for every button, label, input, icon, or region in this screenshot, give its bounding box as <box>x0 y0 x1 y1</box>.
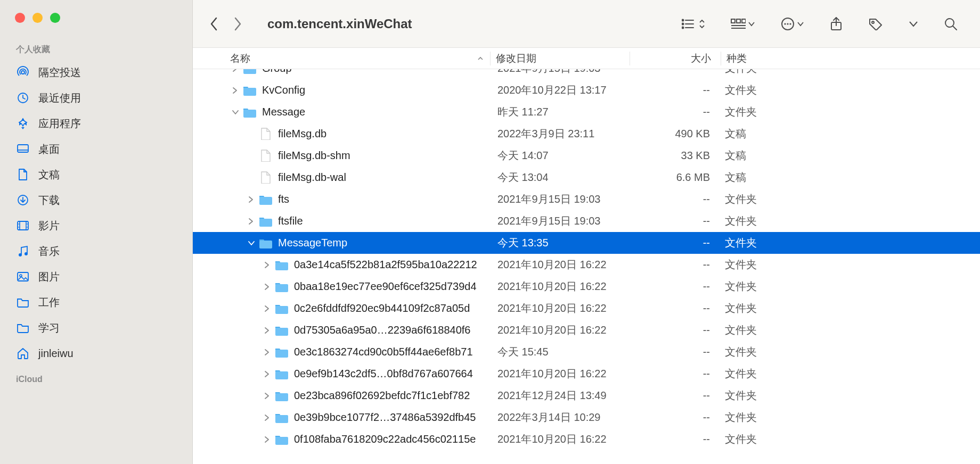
disclosure-triangle[interactable] <box>264 305 272 312</box>
file-kind: 文件夹 <box>720 279 980 294</box>
folder-icon <box>275 259 289 271</box>
file-kind: 文件夹 <box>720 83 980 97</box>
sidebar-item[interactable]: 应用程序 <box>0 111 192 136</box>
disclosure-triangle[interactable] <box>264 327 272 334</box>
file-row[interactable]: KvConfig2020年10月22日 13:17--文件夹 <box>193 79 980 101</box>
file-row[interactable]: fileMsg.db-shm今天 14:0733 KB文稿 <box>193 145 980 167</box>
close-window-button[interactable] <box>15 13 25 23</box>
file-row[interactable]: 0e23bca896f02692befdc7f1c1ebf7822021年12月… <box>193 385 980 407</box>
file-date: 2020年10月22日 13:17 <box>490 83 629 97</box>
file-row[interactable]: MessageTemp今天 13:35--文件夹 <box>193 232 980 254</box>
sidebar-item-label: 应用程序 <box>38 117 81 131</box>
file-kind: 文件夹 <box>720 345 980 359</box>
sidebar-item[interactable]: 下载 <box>0 187 192 213</box>
file-kind: 文稿 <box>720 127 980 141</box>
sidebar-item[interactable]: jinleiwu <box>0 341 192 366</box>
disclosure-triangle[interactable] <box>264 284 272 290</box>
disclosure-triangle[interactable] <box>248 196 256 203</box>
svg-rect-38 <box>243 110 256 118</box>
disclosure-triangle[interactable] <box>248 218 256 225</box>
file-row[interactable]: 0e9ef9b143c2df5…0bf8d767a6076642021年10月2… <box>193 363 980 385</box>
sidebar-item-label: jinleiwu <box>38 347 74 360</box>
group-button[interactable] <box>731 18 755 30</box>
sidebar-item-label: 影片 <box>38 219 60 233</box>
file-size: -- <box>629 324 720 336</box>
sidebar-item[interactable]: 影片 <box>0 213 192 238</box>
column-size[interactable]: 大小 <box>630 52 721 65</box>
sidebar-item[interactable]: 图片 <box>0 264 192 289</box>
file-row[interactable]: Message昨天 11:27--文件夹 <box>193 101 980 123</box>
sidebar-item[interactable]: 文稿 <box>0 162 192 187</box>
disclosure-triangle[interactable] <box>232 110 240 115</box>
folder-icon <box>243 85 257 96</box>
file-size: -- <box>629 237 720 249</box>
file-row[interactable]: 0f108faba7618209c22adc456c02115e2021年10月… <box>193 428 980 450</box>
file-size: -- <box>629 302 720 314</box>
disclosure-triangle[interactable] <box>232 87 240 94</box>
file-name: ftsfile <box>278 215 303 227</box>
svg-rect-2 <box>18 145 28 152</box>
file-list[interactable]: Group2021年9月15日 19:03--文件夹KvConfig2020年1… <box>193 69 980 464</box>
svg-rect-41 <box>259 241 272 248</box>
column-name[interactable]: 名称 <box>193 52 490 65</box>
file-row[interactable]: Group2021年9月15日 19:03--文件夹 <box>193 69 980 79</box>
sidebar-item[interactable]: 最近使用 <box>0 85 192 111</box>
sidebar-item[interactable]: 学习 <box>0 315 192 341</box>
disclosure-triangle[interactable] <box>264 415 272 421</box>
column-kind[interactable]: 种类 <box>721 52 980 65</box>
sidebar-item[interactable]: 桌面 <box>0 136 192 162</box>
minimize-window-button[interactable] <box>32 13 43 23</box>
document-icon <box>16 168 30 181</box>
zoom-window-button[interactable] <box>50 13 60 23</box>
disclosure-triangle[interactable] <box>248 241 256 246</box>
file-date: 2021年10月20日 16:22 <box>490 258 629 272</box>
columns-header: 名称 修改日期 大小 种类 <box>193 48 980 69</box>
disclosure-triangle[interactable] <box>264 393 272 399</box>
file-row[interactable]: 0e3c1863274cd90c0b5ff44ae6ef8b71今天 15:45… <box>193 341 980 363</box>
folder-icon <box>16 321 30 335</box>
disclosure-triangle[interactable] <box>264 349 272 355</box>
disclosure-triangle[interactable] <box>264 262 272 268</box>
file-row[interactable]: ftsfile2021年9月15日 19:03--文件夹 <box>193 210 980 232</box>
file-kind: 文件夹 <box>720 301 980 316</box>
disclosure-triangle[interactable] <box>264 371 272 377</box>
column-date[interactable]: 修改日期 <box>491 52 630 65</box>
file-row[interactable]: fileMsg.db-wal今天 13:046.6 MB文稿 <box>193 167 980 188</box>
nav-forward-button[interactable] <box>231 16 244 31</box>
file-row[interactable]: fileMsg.db2022年3月9日 23:11490 KB文稿 <box>193 123 980 145</box>
file-row[interactable]: 0e39b9bce1077f2…37486a5392dfb452022年3月14… <box>193 407 980 428</box>
share-button[interactable] <box>830 16 843 31</box>
file-row[interactable]: 0c2e6fddfdf920ec9b44109f2c87a05d2021年10月… <box>193 297 980 319</box>
file-date: 今天 15:45 <box>490 345 629 359</box>
disclosure-triangle[interactable] <box>232 69 240 72</box>
file-row[interactable]: 0d75305a6a95a0…2239a6f618840f62021年10月20… <box>193 319 980 341</box>
sidebar-item-label: 工作 <box>38 295 60 310</box>
svg-point-13 <box>24 252 28 255</box>
file-date: 昨天 11:27 <box>490 105 629 119</box>
file-size: -- <box>629 259 720 271</box>
file-size: 490 KB <box>629 128 720 140</box>
file-size: -- <box>629 215 720 227</box>
airdrop-icon <box>16 65 30 79</box>
file-size: -- <box>629 368 720 380</box>
search-button[interactable] <box>944 17 958 31</box>
nav-back-button[interactable] <box>208 16 220 31</box>
sidebar-item[interactable]: 隔空投送 <box>0 60 192 85</box>
file-row[interactable]: 0a3e14ca5f522b81a2f595ba10a222122021年10月… <box>193 254 980 276</box>
file-row[interactable]: fts2021年9月15日 19:03--文件夹 <box>193 188 980 210</box>
file-row[interactable]: 0baa18e19ec77ee90ef6cef325d739d42021年10月… <box>193 276 980 297</box>
sidebar-item[interactable]: 音乐 <box>0 238 192 264</box>
sidebar-item-label: 桌面 <box>38 142 60 156</box>
sidebar-item[interactable]: 工作 <box>0 289 192 315</box>
file-name: 0d75305a6a95a0…2239a6f618840f6 <box>294 324 470 336</box>
disclosure-triangle[interactable] <box>264 436 272 443</box>
toolbar: com.tencent.xinWeChat <box>193 0 980 48</box>
view-list-button[interactable] <box>682 18 705 30</box>
svg-rect-45 <box>275 328 288 336</box>
file-size: -- <box>629 69 720 74</box>
action-menu-button[interactable] <box>781 17 804 31</box>
file-name: fileMsg.db <box>278 128 326 140</box>
file-kind: 文件夹 <box>720 258 980 272</box>
tags-button[interactable] <box>868 18 883 30</box>
dropdown-button[interactable] <box>909 21 918 27</box>
